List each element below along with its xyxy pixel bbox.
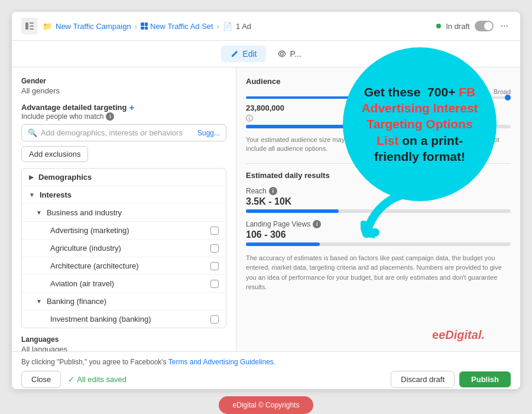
business-label: Business and industry <box>47 208 219 217</box>
svg-point-4 <box>281 53 284 56</box>
folder-icon-ad: 📄 <box>223 22 232 31</box>
footer-bar: eDigital © Copyrights <box>219 396 314 414</box>
agriculture-label: Agriculture (industry) <box>50 244 206 253</box>
draft-toggle[interactable] <box>475 21 494 31</box>
svg-rect-0 <box>25 22 28 30</box>
promo-arrow <box>361 192 408 248</box>
plus-icon: + <box>129 102 134 112</box>
info-icon[interactable]: i <box>106 112 114 121</box>
suggest-button[interactable]: Sugg... <box>197 129 220 137</box>
dropdown-interests[interactable]: ▼ Interests <box>22 186 226 204</box>
terms-link[interactable]: Terms and Advertising Guidelines. <box>168 358 275 366</box>
adset-link[interactable]: New Traffic Ad Set <box>141 22 213 31</box>
advertising-checkbox[interactable] <box>210 227 219 235</box>
status-area: In draft ··· <box>436 21 511 31</box>
bubble-text: Get these 700+ FB Advertising Interest T… <box>361 84 479 164</box>
tab-preview[interactable]: P... <box>268 46 310 62</box>
add-exclusions-button[interactable]: Add exclusions <box>21 146 88 162</box>
dropdown-agriculture[interactable]: Agriculture (industry) <box>22 240 226 257</box>
targeting-dropdown: ▶ Demographics ▼ Interests ▼ Business an… <box>21 168 226 328</box>
status-text: In draft <box>446 22 469 31</box>
dropdown-banking[interactable]: ▼ Banking (finance) <box>22 293 226 310</box>
status-indicator <box>436 24 441 28</box>
include-text: Include people who match i <box>21 112 226 121</box>
top-navigation: 📁 New Traffic Campaign › New Traffic Ad … <box>12 12 520 41</box>
more-options-btn[interactable]: ··· <box>498 21 511 31</box>
search-icon: 🔍 <box>28 128 37 137</box>
check-icon-saved: ✓ <box>68 375 74 384</box>
close-button[interactable]: Close <box>21 371 61 388</box>
dropdown-aviation[interactable]: Aviation (air travel) <box>22 275 226 293</box>
advantage-title: Advantage detailed targeting + <box>21 102 226 112</box>
svg-rect-1 <box>30 22 34 24</box>
expand-icon-business: ▼ <box>36 209 42 216</box>
bottom-bar: By clicking "Publish," you agree to Face… <box>12 351 520 389</box>
advertising-label: Advertising (marketing) <box>50 226 206 235</box>
architecture-checkbox[interactable] <box>210 262 219 270</box>
collapse-icon: ▶ <box>29 174 34 180</box>
bottom-actions: Close ✓ All edits saved Discard draft Pu… <box>21 371 511 388</box>
gender-value: All genders <box>21 86 226 95</box>
lpv-info-icon[interactable]: i <box>313 220 321 228</box>
publish-terms-text: By clicking "Publish," you agree to Face… <box>21 358 511 366</box>
reach-bar-fill <box>246 209 339 213</box>
folder-icon: 📁 <box>43 22 52 31</box>
lpv-bar-fill <box>246 242 320 246</box>
ad-link[interactable]: 1 Ad <box>236 22 251 31</box>
disclaimer-text: The accuracy of estimates is based on fa… <box>246 253 511 292</box>
architecture-label: Architecture (architecture) <box>50 261 206 270</box>
breadcrumb: 📁 New Traffic Campaign › New Traffic Ad … <box>43 22 432 31</box>
investment-checkbox[interactable] <box>210 315 219 324</box>
aviation-label: Aviation (air travel) <box>50 279 206 288</box>
expand-icon-banking: ▼ <box>36 298 42 305</box>
aviation-checkbox[interactable] <box>210 280 219 288</box>
investment-label: Investment banking (banking) <box>50 315 206 324</box>
search-box[interactable]: 🔍 Add demographics, interests or behavio… <box>21 124 226 141</box>
publish-button[interactable]: Publish <box>459 371 511 387</box>
svg-rect-2 <box>30 25 34 27</box>
dropdown-architecture[interactable]: Architecture (architecture) <box>22 257 226 275</box>
expand-icon: ▼ <box>29 192 35 198</box>
tab-edit[interactable]: Edit <box>221 46 266 62</box>
dropdown-business[interactable]: ▼ Business and industry <box>22 204 226 222</box>
left-panel: Gender All genders Advantage detailed ta… <box>12 67 236 351</box>
reach-info-icon[interactable]: i <box>269 187 277 195</box>
advantage-targeting-section: Advantage detailed targeting + Include p… <box>21 102 226 328</box>
highlight-text: FB Advertising Interest Targeting Option… <box>361 85 478 147</box>
svg-rect-3 <box>30 28 34 30</box>
bottom-left-actions: Close ✓ All edits saved <box>21 371 126 388</box>
languages-section: Languages All languages <box>21 335 226 351</box>
sidebar-toggle[interactable] <box>21 18 38 34</box>
edigital-watermark: eeDigital. <box>432 328 485 342</box>
languages-value: All languages <box>21 345 226 351</box>
dropdown-investment[interactable]: Investment banking (banking) <box>22 310 226 328</box>
campaign-link[interactable]: New Traffic Campaign <box>56 22 131 31</box>
slider-handle[interactable] <box>505 95 511 101</box>
footer-text: eDigital © Copyrights <box>233 401 300 409</box>
discard-draft-button[interactable]: Discard draft <box>391 371 455 388</box>
bottom-right-actions: Discard draft Publish <box>391 371 511 388</box>
agriculture-checkbox[interactable] <box>210 244 219 253</box>
search-placeholder: Add demographics, interests or behaviors <box>41 128 194 137</box>
dropdown-advertising[interactable]: Advertising (marketing) <box>22 222 226 240</box>
promo-bubble: Get these 700+ FB Advertising Interest T… <box>343 47 497 201</box>
banking-label: Banking (finance) <box>47 297 219 306</box>
gender-label: Gender <box>21 77 226 85</box>
languages-label: Languages <box>21 335 226 344</box>
demographics-label: Demographics <box>38 173 219 182</box>
saved-indicator: ✓ All edits saved <box>68 375 126 384</box>
grid-icon <box>141 22 148 30</box>
interests-label: Interests <box>40 190 219 199</box>
dropdown-demographics[interactable]: ▶ Demographics <box>22 169 226 186</box>
main-window: 📁 New Traffic Campaign › New Traffic Ad … <box>12 12 520 389</box>
